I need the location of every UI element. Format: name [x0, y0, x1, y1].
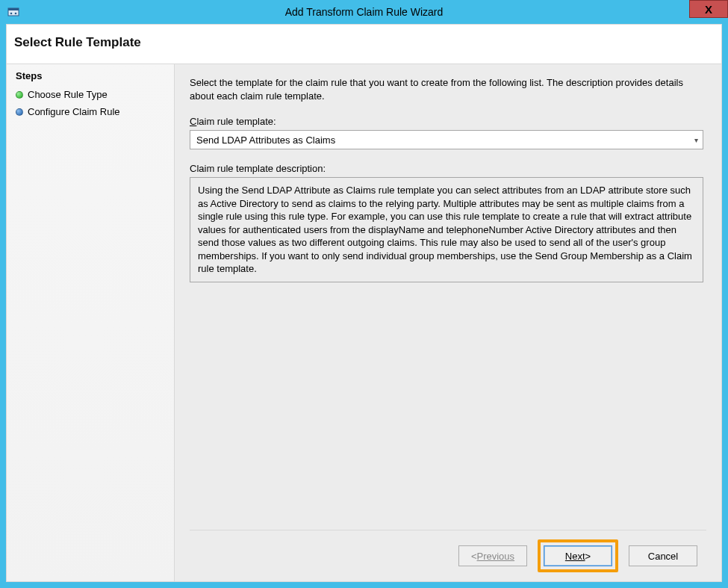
claim-rule-template-dropdown[interactable]: Send LDAP Attributes as Claims ▾	[190, 130, 703, 149]
client-area: Select Rule Template Steps Choose Rule T…	[6, 24, 722, 582]
previous-button: < Previous	[458, 545, 527, 566]
svg-rect-1	[8, 8, 19, 10]
cancel-label: Cancel	[648, 551, 678, 562]
intro-text: Select the template for the claim rule t…	[190, 76, 706, 102]
content-pane: Select the template for the claim rule t…	[175, 64, 721, 581]
step-label: Choose Rule Type	[28, 89, 108, 100]
cancel-button[interactable]: Cancel	[629, 545, 697, 566]
button-row: < Previous Next > Cancel	[190, 530, 706, 581]
dropdown-value: Send LDAP Attributes as Claims	[196, 134, 335, 146]
previous-label: Previous	[477, 551, 515, 562]
next-label: Next	[565, 551, 585, 562]
page-title: Select Rule Template	[14, 35, 714, 50]
steps-sidebar: Steps Choose Rule Type Configure Claim R…	[7, 64, 175, 581]
next-button[interactable]: Next >	[544, 545, 612, 566]
window-title: Add Transform Claim Rule Wizard	[0, 6, 728, 18]
close-icon: X	[705, 3, 712, 16]
step-choose-rule-type[interactable]: Choose Rule Type	[7, 86, 174, 103]
svg-point-3	[15, 13, 17, 15]
close-button[interactable]: X	[689, 0, 728, 18]
next-button-highlight: Next >	[538, 539, 618, 572]
steps-heading: Steps	[7, 70, 174, 86]
description-label: Claim rule template description:	[190, 163, 706, 174]
bullet-current-icon	[16, 91, 23, 99]
title-bar: Add Transform Claim Rule Wizard X	[0, 0, 728, 24]
wizard-window: Add Transform Claim Rule Wizard X Select…	[0, 0, 728, 588]
chevron-down-icon: ▾	[694, 136, 698, 144]
body: Steps Choose Rule Type Configure Claim R…	[7, 64, 721, 581]
next-suffix: >	[585, 551, 591, 562]
bullet-pending-icon	[16, 108, 23, 116]
template-description: Using the Send LDAP Attribute as Claims …	[190, 177, 703, 282]
step-configure-claim-rule[interactable]: Configure Claim Rule	[7, 103, 174, 120]
page-header: Select Rule Template	[7, 25, 721, 64]
template-label: Claim rule template:	[190, 116, 706, 127]
spacer	[190, 282, 706, 530]
step-label: Configure Claim Rule	[28, 106, 120, 117]
svg-point-2	[10, 13, 13, 15]
previous-prefix: <	[471, 551, 477, 562]
app-icon	[7, 6, 19, 18]
